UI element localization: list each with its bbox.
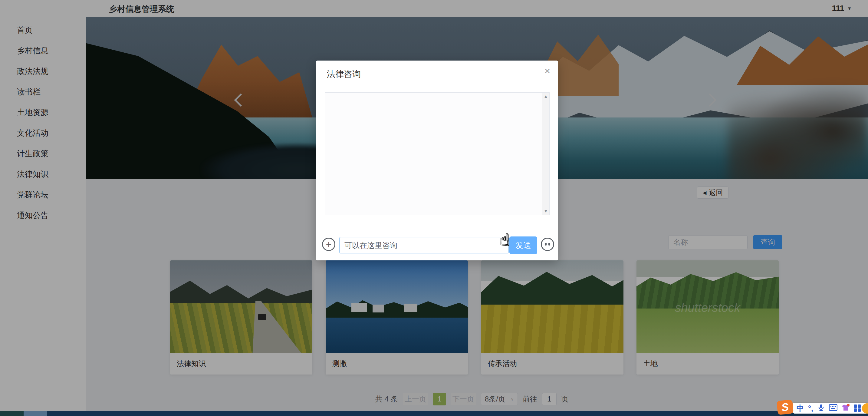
microphone-icon[interactable] (817, 404, 825, 413)
modal-divider (316, 232, 558, 232)
skin-tshirt-icon[interactable] (841, 404, 850, 413)
keyboard-icon[interactable] (829, 404, 837, 413)
app-root: 乡村信息管理系统 111 ▼ 首页 乡村信息 政法法规 读书栏 土地资源 文化活… (0, 0, 868, 416)
add-attachment-icon[interactable]: + (322, 238, 335, 251)
mouse-cursor: ☝ (500, 231, 510, 249)
scroll-up-icon[interactable]: ▲ (544, 94, 548, 99)
chat-history-panel[interactable]: ▲ ▼ (325, 92, 550, 215)
consultation-input[interactable] (339, 237, 509, 254)
send-button[interactable]: 发送 (509, 236, 537, 254)
strip-segment-1 (0, 411, 24, 416)
ime-toolbar: 中 °, (793, 403, 868, 414)
legal-consultation-modal: 法律咨询 × ▲ ▼ + 发送 (316, 61, 558, 260)
scroll-down-icon[interactable]: ▼ (544, 209, 548, 213)
strip-segment-2 (24, 411, 47, 416)
toolbox-grid-icon[interactable] (854, 405, 861, 412)
modal-title: 法律咨询 (327, 68, 361, 80)
ime-mode-chinese[interactable]: 中 (797, 405, 804, 412)
ime-logo[interactable]: S (777, 399, 794, 415)
emoji-icon[interactable] (541, 238, 554, 251)
chat-scrollbar[interactable]: ▲ ▼ (542, 93, 549, 215)
ime-punctuation-icon[interactable]: °, (808, 405, 813, 412)
close-icon[interactable]: × (545, 66, 550, 76)
bottom-window-strip (0, 411, 868, 416)
